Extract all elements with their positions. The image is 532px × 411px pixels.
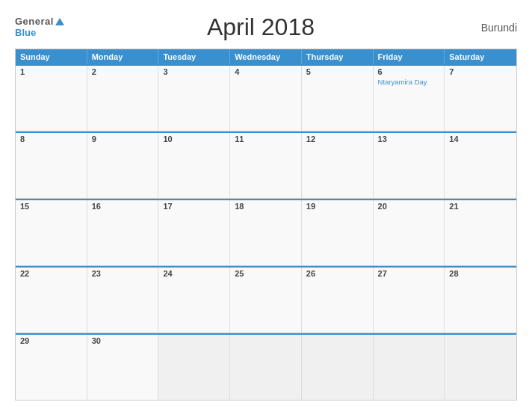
- page-header: General Blue April 2018 Burundi: [15, 13, 517, 41]
- logo: General Blue: [15, 16, 64, 38]
- calendar-week-4: 22232425262728: [16, 266, 516, 333]
- calendar-cell: 12: [302, 132, 374, 198]
- day-number: 29: [20, 336, 82, 345]
- calendar-cell: 28: [445, 266, 516, 333]
- day-number: 2: [92, 67, 154, 76]
- header-sunday: Sunday: [16, 49, 87, 64]
- calendar-cell: [230, 333, 302, 400]
- day-number: 7: [449, 67, 512, 76]
- calendar-cell: 9: [87, 132, 159, 198]
- calendar-cell: [302, 333, 374, 400]
- calendar-cell: 4: [230, 64, 302, 131]
- calendar-page: General Blue April 2018 Burundi Sunday M…: [0, 0, 532, 411]
- calendar-cell: 26: [302, 266, 374, 333]
- header-wednesday: Wednesday: [230, 49, 302, 64]
- calendar-cell: 8: [16, 132, 87, 198]
- calendar-body: 123456Ntaryamira Day78910111213141516171…: [16, 64, 516, 400]
- country-label: Burundi: [457, 22, 517, 34]
- day-number: 21: [449, 202, 512, 211]
- day-number: 23: [92, 269, 154, 278]
- day-number: 13: [378, 135, 440, 143]
- day-number: 1: [20, 67, 82, 76]
- calendar-cell: 1: [16, 64, 87, 131]
- calendar-cell: 25: [230, 266, 302, 333]
- header-tuesday: Tuesday: [158, 49, 230, 64]
- calendar-cell: 13: [374, 132, 445, 198]
- calendar-cell: 29: [16, 333, 87, 400]
- header-saturday: Saturday: [445, 49, 516, 64]
- calendar-cell: 10: [158, 132, 230, 198]
- calendar: Sunday Monday Tuesday Wednesday Thursday…: [15, 49, 517, 401]
- day-number: 9: [92, 135, 154, 143]
- calendar-cell: 16: [87, 199, 159, 265]
- calendar-cell: 3: [158, 64, 230, 131]
- calendar-cell: 15: [16, 199, 87, 265]
- calendar-cell: 2: [87, 64, 159, 131]
- day-number: 28: [449, 269, 512, 278]
- calendar-cell: 7: [445, 64, 516, 131]
- day-number: 27: [378, 269, 440, 278]
- day-number: 17: [163, 202, 225, 211]
- calendar-header: Sunday Monday Tuesday Wednesday Thursday…: [16, 49, 516, 64]
- day-number: 24: [163, 269, 225, 278]
- calendar-cell: 21: [445, 199, 516, 265]
- calendar-cell: [158, 333, 230, 400]
- header-friday: Friday: [374, 49, 445, 64]
- logo-blue-text: Blue: [15, 28, 64, 38]
- day-number: 18: [235, 202, 297, 211]
- calendar-week-2: 891011121314: [16, 132, 516, 199]
- calendar-cell: 18: [230, 199, 302, 265]
- calendar-cell: 27: [374, 266, 445, 333]
- day-number: 19: [306, 202, 368, 211]
- day-number: 26: [306, 269, 368, 278]
- day-number: 8: [20, 135, 82, 143]
- calendar-cell: [445, 333, 516, 400]
- calendar-cell: 14: [445, 132, 516, 198]
- calendar-cell: [374, 333, 445, 400]
- day-number: 3: [163, 67, 225, 76]
- header-thursday: Thursday: [302, 49, 374, 64]
- day-number: 14: [449, 135, 512, 143]
- page-title: April 2018: [64, 13, 457, 41]
- day-number: 15: [20, 202, 82, 211]
- calendar-week-3: 15161718192021: [16, 199, 516, 266]
- logo-general-text: General: [15, 16, 54, 27]
- holiday-label: Ntaryamira Day: [378, 78, 440, 87]
- calendar-cell: 19: [302, 199, 374, 265]
- day-number: 12: [306, 135, 368, 143]
- header-monday: Monday: [87, 49, 159, 64]
- calendar-cell: 23: [87, 266, 159, 333]
- calendar-cell: 20: [374, 199, 445, 265]
- calendar-cell: 6Ntaryamira Day: [374, 64, 445, 131]
- day-number: 11: [235, 135, 297, 143]
- calendar-cell: 5: [302, 64, 374, 131]
- day-number: 22: [20, 269, 82, 278]
- calendar-cell: 17: [158, 199, 230, 265]
- logo-triangle-icon: [55, 18, 64, 25]
- day-number: 5: [306, 67, 368, 76]
- calendar-cell: 24: [158, 266, 230, 333]
- day-number: 10: [163, 135, 225, 143]
- day-number: 6: [378, 67, 440, 76]
- calendar-cell: 22: [16, 266, 87, 333]
- day-number: 30: [92, 336, 154, 345]
- calendar-cell: 30: [87, 333, 159, 400]
- day-number: 25: [235, 269, 297, 278]
- calendar-cell: 11: [230, 132, 302, 198]
- calendar-week-1: 123456Ntaryamira Day7: [16, 64, 516, 132]
- day-number: 20: [378, 202, 440, 211]
- day-number: 16: [92, 202, 154, 211]
- day-number: 4: [235, 67, 297, 76]
- calendar-week-5: 2930: [16, 333, 516, 400]
